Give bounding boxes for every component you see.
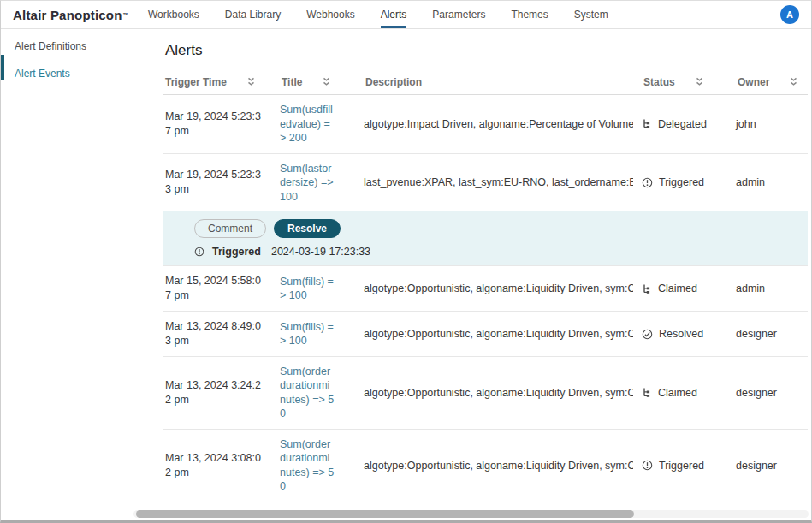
- sidebar-item-alert-events[interactable]: Alert Events: [1, 60, 148, 87]
- description-cell: algotype:Opportunistic, algoname:Liquidi…: [364, 282, 633, 294]
- nav-tab-system[interactable]: System: [574, 1, 608, 28]
- trigger-time-cell: Mar 19, 2024 5:23:3 7 pm: [163, 110, 271, 139]
- claimed-icon: [642, 283, 652, 294]
- description-cell: last_pvenue:XPAR, last_sym:EU-RNO, last_…: [364, 176, 633, 188]
- main-nav: Workbooks Data Library Webhooks Alerts P…: [148, 1, 780, 28]
- trigger-time-cell: Mar 15, 2024 5:58:0 7 pm: [163, 274, 271, 303]
- status-cell: Triggered: [642, 176, 727, 188]
- brand-name: Altair Panopticon: [13, 8, 122, 22]
- owner-cell: admin: [736, 282, 808, 294]
- triggered-icon: [642, 460, 653, 471]
- nav-tab-themes[interactable]: Themes: [511, 1, 548, 28]
- description-cell: algotype:Opportunistic, algoname:Liquidi…: [364, 387, 633, 399]
- sort-icon[interactable]: [247, 77, 255, 86]
- claimed-icon: [642, 387, 652, 398]
- trigger-time-cell: Mar 19, 2024 5:23:3 3 pm: [163, 168, 271, 197]
- column-header-title[interactable]: Title: [280, 76, 355, 88]
- table-row[interactable]: Mar 13, 2024 3:24:2 2 pm Sum(order durat…: [163, 357, 808, 430]
- sort-icon[interactable]: [790, 77, 797, 86]
- top-bar: Altair Panopticon™ Workbooks Data Librar…: [1, 1, 811, 29]
- resolved-icon: [642, 329, 653, 340]
- trigger-time-cell: Mar 13, 2024 3:08:0 2 pm: [163, 451, 271, 480]
- owner-cell: admin: [736, 176, 808, 188]
- table-row[interactable]: Mar 19, 2024 5:23:3 3 pm Sum(lastor ders…: [163, 154, 808, 212]
- nav-tab-webhooks[interactable]: Webhooks: [306, 1, 354, 28]
- alert-title-link[interactable]: Sum(fills) = > 100: [280, 275, 334, 303]
- description-cell: algotype:Opportunistic, algoname:Liquidi…: [364, 328, 633, 340]
- column-header-status[interactable]: Status: [642, 76, 727, 88]
- expanded-alert-panel: Comment Resolve Triggered 2024-03-19 17:…: [163, 211, 808, 266]
- resolve-button[interactable]: Resolve: [274, 219, 341, 238]
- nav-tab-parameters[interactable]: Parameters: [432, 1, 485, 28]
- alert-title-link[interactable]: Sum(lastor dersize) => 100: [280, 162, 334, 205]
- comment-button[interactable]: Comment: [194, 219, 266, 238]
- column-header-description[interactable]: Description: [364, 76, 633, 88]
- status-label: Claimed: [658, 282, 697, 294]
- sidebar-item-alert-definitions[interactable]: Alert Definitions: [1, 33, 148, 60]
- status-cell: Triggered: [642, 460, 727, 472]
- table-row[interactable]: Mar 19, 2024 5:23:3 7 pm Sum(usdfill edv…: [163, 95, 808, 154]
- sidebar: Alert Definitions Alert Events: [1, 29, 148, 523]
- expanded-status-timestamp: 2024-03-19 17:23:33: [271, 246, 370, 258]
- owner-cell: designer: [736, 328, 808, 340]
- triggered-icon: [194, 247, 204, 257]
- owner-cell: designer: [736, 460, 808, 472]
- sort-icon[interactable]: [323, 77, 330, 86]
- status-label: Resolved: [659, 328, 703, 340]
- description-cell: algotype:Opportunistic, algoname:Liquidi…: [364, 460, 633, 472]
- horizontal-scrollbar-thumb[interactable]: [136, 510, 634, 518]
- expanded-status-label: Triggered: [212, 246, 261, 258]
- trigger-time-cell: Mar 13, 2024 8:49:0 3 pm: [163, 319, 271, 348]
- status-label: Delegated: [658, 118, 707, 130]
- brand-logo: Altair Panopticon™: [1, 1, 148, 28]
- nav-tab-workbooks[interactable]: Workbooks: [148, 1, 199, 28]
- page-title: Alerts: [163, 29, 808, 69]
- nav-tab-alerts[interactable]: Alerts: [381, 1, 407, 28]
- status-label: Triggered: [659, 176, 704, 188]
- status-cell: Delegated: [642, 118, 727, 130]
- status-cell: Claimed: [642, 387, 727, 399]
- status-label: Triggered: [659, 460, 704, 472]
- horizontal-scrollbar[interactable]: [133, 510, 809, 518]
- owner-cell: john: [736, 118, 808, 130]
- trademark-symbol: ™: [123, 12, 129, 18]
- user-avatar[interactable]: A: [780, 5, 799, 24]
- status-label: Claimed: [658, 387, 697, 399]
- column-header-owner[interactable]: Owner: [736, 76, 808, 88]
- status-cell: Resolved: [642, 328, 727, 340]
- trigger-time-cell: Mar 13, 2024 3:24:2 2 pm: [163, 378, 271, 407]
- main-content: Alerts Trigger Time Title Description: [148, 29, 811, 523]
- nav-tab-data-library[interactable]: Data Library: [225, 1, 281, 28]
- alert-title-link[interactable]: Sum(fills) = > 100: [280, 320, 334, 348]
- alert-title-link[interactable]: Sum(order durationmi nutes) => 5 0: [280, 437, 334, 494]
- triggered-icon: [642, 177, 653, 188]
- delegated-icon: [642, 118, 652, 129]
- app-window: Altair Panopticon™ Workbooks Data Librar…: [0, 0, 812, 523]
- table-row[interactable]: Mar 15, 2024 5:58:0 7 pm Sum(fills) = > …: [163, 266, 808, 312]
- table-header: Trigger Time Title Description Status: [163, 69, 808, 95]
- sort-icon[interactable]: [696, 77, 703, 86]
- table-row[interactable]: Mar 13, 2024 3:08:0 2 pm Sum(order durat…: [163, 430, 808, 502]
- column-header-trigger-time[interactable]: Trigger Time: [163, 76, 271, 88]
- owner-cell: designer: [736, 387, 808, 399]
- description-cell: algotype:Impact Driven, algoname:Percent…: [364, 118, 633, 130]
- table-row[interactable]: Mar 13, 2024 8:49:0 3 pm Sum(fills) = > …: [163, 312, 808, 357]
- status-cell: Claimed: [642, 282, 727, 294]
- alert-title-link[interactable]: Sum(order durationmi nutes) => 5 0: [280, 365, 334, 421]
- alert-title-link[interactable]: Sum(usdfill edvalue) = > 200: [280, 103, 333, 146]
